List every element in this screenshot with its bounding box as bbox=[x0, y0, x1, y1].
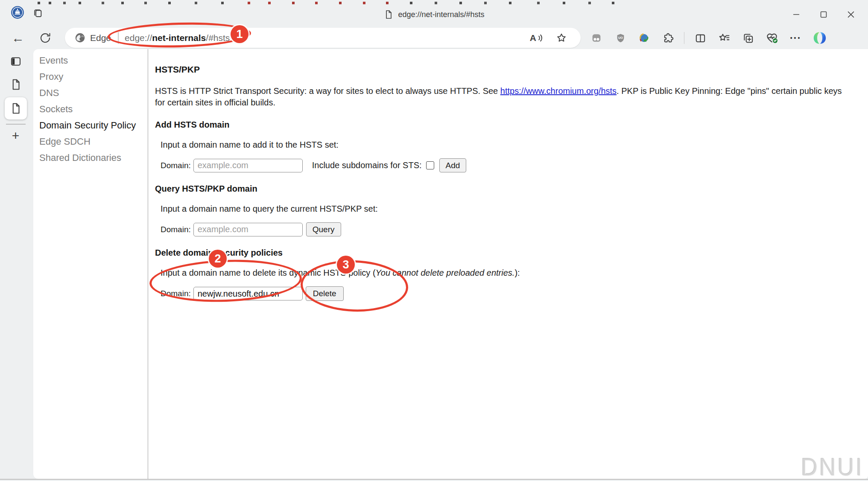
extension-puzzle-button[interactable] bbox=[659, 29, 677, 47]
url-scheme: edge:// bbox=[125, 33, 152, 43]
add-hsts-description: Input a domain name to add it to the HST… bbox=[161, 140, 848, 150]
back-arrow-icon: ← bbox=[12, 31, 24, 45]
delete-policies-row: Domain: Delete bbox=[161, 286, 848, 301]
address-bar[interactable]: Edge edge://net-internals/#hsts A bbox=[65, 28, 581, 48]
add-hsts-heading: Add HSTS domain bbox=[155, 120, 848, 130]
delete-desc-italic: You cannot delete preloaded entries. bbox=[376, 268, 515, 277]
active-tab[interactable]: edge://net-internals/#hsts bbox=[0, 4, 868, 25]
query-hsts-description: Input a domain name to query the current… bbox=[161, 204, 848, 214]
delete-button[interactable]: Delete bbox=[306, 286, 344, 301]
browser-toolbar: ← Edge edge://net-internals/#hsts A bbox=[0, 25, 868, 51]
nav-item-shared-dictionaries[interactable]: Shared Dictionaries bbox=[39, 150, 148, 166]
tab-item-inactive[interactable] bbox=[5, 74, 27, 95]
toolbar-separator bbox=[684, 32, 684, 44]
copilot-button[interactable] bbox=[811, 29, 829, 47]
nav-item-sockets[interactable]: Sockets bbox=[39, 101, 148, 117]
url-path: /#hsts bbox=[206, 33, 230, 43]
window-bottom-edge bbox=[0, 479, 868, 480]
delete-domain-input[interactable] bbox=[193, 287, 303, 300]
back-button[interactable]: ← bbox=[9, 29, 27, 47]
nav-item-dns[interactable]: DNS bbox=[39, 85, 148, 101]
include-subdomains-label: Include subdomains for STS: bbox=[312, 160, 422, 170]
page-content-card: Events Proxy DNS Sockets Domain Security… bbox=[33, 49, 868, 479]
toolbar-extensions-area: UO bbox=[587, 29, 868, 47]
edge-logo-icon bbox=[74, 32, 86, 44]
intro-text-before: HSTS is HTTP Strict Transport Security: … bbox=[155, 86, 500, 96]
add-domain-input[interactable] bbox=[193, 159, 303, 172]
read-aloud-waves-icon bbox=[538, 34, 543, 42]
query-hsts-heading: Query HSTS/PKP domain bbox=[155, 184, 848, 194]
read-aloud-button[interactable]: A bbox=[530, 33, 543, 43]
page-icon bbox=[383, 9, 394, 20]
favorite-star-button[interactable] bbox=[552, 29, 570, 47]
more-dots-icon: ••• bbox=[790, 35, 802, 41]
dnui-watermark: DNUI bbox=[801, 452, 864, 481]
ublock-shield-icon: UO bbox=[615, 32, 626, 44]
hsts-main-panel: HSTS/PKP HSTS is HTTP Strict Transport S… bbox=[155, 49, 868, 479]
query-hsts-row: Domain: Query bbox=[161, 222, 848, 236]
window-controls bbox=[783, 4, 865, 25]
page-icon bbox=[9, 78, 22, 91]
favorites-button[interactable] bbox=[715, 29, 733, 47]
essentials-heart-pulse-icon bbox=[766, 32, 778, 44]
browser-essentials-button[interactable] bbox=[763, 29, 781, 47]
maximize-button[interactable] bbox=[810, 4, 837, 25]
hsts-intro-paragraph: HSTS is HTTP Strict Transport Security: … bbox=[155, 85, 843, 108]
minimize-button[interactable] bbox=[783, 4, 810, 25]
chromium-hsts-link[interactable]: https://www.chromium.org/hsts bbox=[500, 86, 617, 96]
url-text[interactable]: edge://net-internals/#hsts bbox=[125, 33, 230, 43]
delete-policies-description: Input a domain name to delete its dynami… bbox=[161, 268, 848, 278]
chip-separator bbox=[118, 32, 119, 44]
vertical-tab-rail: + bbox=[0, 51, 31, 481]
query-domain-label: Domain: bbox=[161, 225, 191, 234]
close-button[interactable] bbox=[837, 4, 865, 25]
nav-item-events[interactable]: Events bbox=[39, 52, 148, 69]
tab-list-button[interactable] bbox=[5, 51, 27, 72]
extension-two-dots-icon bbox=[590, 32, 602, 44]
url-host: net-internals bbox=[152, 33, 206, 43]
settings-more-button[interactable]: ••• bbox=[787, 29, 805, 47]
nav-item-proxy[interactable]: Proxy bbox=[39, 69, 148, 85]
add-button[interactable]: Add bbox=[439, 158, 467, 172]
tab-title-text: edge://net-internals/#hsts bbox=[398, 10, 484, 19]
split-screen-icon bbox=[694, 32, 707, 44]
nav-item-domain-security-policy[interactable]: Domain Security Policy bbox=[39, 117, 148, 134]
star-icon bbox=[555, 32, 567, 44]
query-button[interactable]: Query bbox=[306, 222, 341, 236]
delete-desc-after: ): bbox=[514, 268, 520, 277]
split-screen-button[interactable] bbox=[691, 29, 709, 47]
new-tab-button[interactable]: + bbox=[5, 126, 27, 145]
delete-policies-heading: Delete domain security policies bbox=[155, 248, 848, 258]
delete-domain-label: Domain: bbox=[161, 289, 191, 298]
delete-desc-before: Input a domain name to delete its dynami… bbox=[161, 268, 376, 277]
page-title: HSTS/PKP bbox=[155, 64, 848, 75]
refresh-icon bbox=[39, 32, 52, 44]
plus-icon: + bbox=[12, 128, 20, 143]
favorites-star-list-icon bbox=[718, 32, 731, 44]
rail-divider bbox=[6, 124, 26, 125]
add-hsts-row: Domain: Include subdomains for STS: Add bbox=[161, 158, 848, 172]
copilot-icon bbox=[812, 31, 827, 45]
extension-tabs-button[interactable] bbox=[587, 29, 605, 47]
title-bar: edge://net-internals/#hsts bbox=[0, 4, 868, 25]
collections-add-icon bbox=[742, 32, 754, 44]
collections-button[interactable] bbox=[739, 29, 757, 47]
add-domain-label: Domain: bbox=[161, 161, 191, 170]
edge-browser-window: { "window": { "tab_title": "edge://net-i… bbox=[0, 0, 868, 481]
ublock-origin-button[interactable]: UO bbox=[611, 29, 629, 47]
edge-profile-chip[interactable]: Edge bbox=[65, 32, 111, 44]
include-subdomains-checkbox[interactable] bbox=[426, 161, 434, 169]
puzzle-icon bbox=[662, 32, 674, 44]
nav-item-edge-sdch[interactable]: Edge SDCH bbox=[39, 134, 148, 150]
svg-text:UO: UO bbox=[618, 36, 623, 40]
idm-globe-icon bbox=[638, 32, 650, 44]
net-internals-nav: Events Proxy DNS Sockets Domain Security… bbox=[33, 49, 148, 479]
read-aloud-letter: A bbox=[530, 33, 536, 43]
page-icon bbox=[9, 102, 22, 115]
idm-extension-button[interactable] bbox=[635, 29, 653, 47]
query-domain-input[interactable] bbox=[193, 223, 303, 236]
edge-profile-label: Edge bbox=[90, 33, 111, 43]
tab-item-active[interactable] bbox=[5, 97, 27, 120]
refresh-button[interactable] bbox=[36, 29, 55, 47]
tab-list-icon bbox=[9, 55, 22, 68]
